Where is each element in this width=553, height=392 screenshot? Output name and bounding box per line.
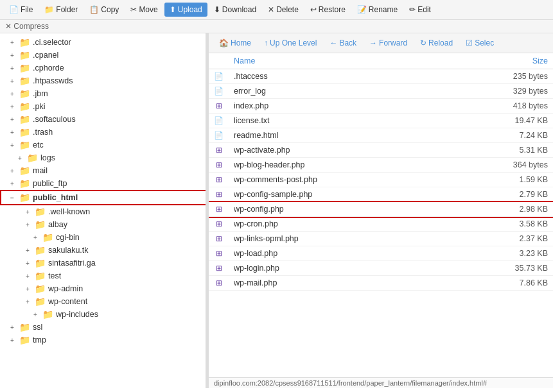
file-icon-cell: ⊞: [209, 276, 229, 291]
table-row[interactable]: 📄 error_log 329 bytes: [209, 84, 553, 99]
col-size[interactable]: Size: [489, 53, 553, 69]
reload-button[interactable]: ↻ Reload: [415, 37, 458, 49]
move-icon: ✂: [130, 5, 137, 14]
tree-toggle: +: [18, 155, 27, 162]
tree-item-public_html[interactable]: −📁public_html: [0, 190, 208, 205]
table-row[interactable]: ⊞ index.php 418 bytes: [209, 99, 553, 114]
table-row[interactable]: 📄 .htaccess 235 bytes: [209, 69, 553, 84]
file-icon: 📄: [9, 5, 19, 14]
tree-item-public_ftp[interactable]: +📁public_ftp: [0, 177, 208, 190]
tree-item-well_known[interactable]: +📁.well-known: [0, 205, 208, 218]
tree-item-label: .ci.selector: [33, 38, 71, 47]
copy-button[interactable]: 📋 Copy: [84, 3, 124, 17]
tree-item-test[interactable]: +📁test: [0, 269, 208, 282]
tree-item-label: public_ftp: [33, 179, 67, 188]
file-button[interactable]: 📄 File: [4, 3, 38, 17]
tree-item-etc[interactable]: +📁etc: [0, 139, 208, 151]
tree-toggle: +: [26, 298, 35, 305]
folder-icon: 📁: [19, 50, 30, 60]
tree-item-sintasafitri[interactable]: +📁sintasafitri.ga: [0, 257, 208, 269]
download-button[interactable]: ⬇ Download: [209, 3, 261, 17]
file-name: readme.html: [229, 128, 489, 143]
tree-toggle: +: [10, 39, 19, 46]
file-icon-cell: ⊞: [209, 217, 229, 232]
file-icon-cell: 📄: [209, 128, 229, 143]
folder-icon: 📁: [19, 114, 30, 124]
html-file-icon: 📄: [214, 131, 224, 140]
file-browser-panel: 🏠 Home ↑ Up One Level ← Back → Forward ↻…: [209, 33, 553, 388]
folder-icon: 📁: [35, 284, 46, 294]
tree-item-mail[interactable]: +📁mail: [0, 164, 208, 177]
forward-button[interactable]: → Forward: [364, 37, 412, 49]
folder-icon: 📁: [19, 37, 30, 47]
tree-item-label: public_html: [33, 193, 78, 202]
edit-button[interactable]: ✏ Edit: [404, 3, 436, 17]
tree-item-pki[interactable]: +📁.pki: [0, 100, 208, 113]
home-icon: 🏠: [219, 38, 229, 47]
folder-icon: 📁: [19, 322, 30, 332]
txt-file-icon: 📄: [214, 87, 224, 96]
folder-icon: 📁: [19, 127, 30, 137]
tree-toggle: +: [10, 167, 19, 175]
table-row[interactable]: ⊞ wp-links-opml.php 2.37 KB: [209, 232, 553, 246]
table-row[interactable]: ⊞ wp-mail.php 7.86 KB: [209, 276, 553, 291]
tree-item-ssl[interactable]: +📁ssl: [0, 321, 208, 334]
tree-item-label: wp-content: [48, 297, 87, 306]
select-button[interactable]: ☑ Selec: [461, 37, 499, 49]
table-row[interactable]: ⊞ wp-blog-header.php 364 bytes: [209, 158, 553, 173]
folder-icon: 📁: [19, 76, 30, 86]
file-icon-cell: 📄: [209, 69, 229, 84]
tree-toggle: +: [10, 103, 19, 110]
tree-item-wp_includes[interactable]: +📁wp-includes: [0, 308, 208, 321]
file-size: 2.37 KB: [489, 232, 553, 246]
tree-toggle: +: [26, 273, 35, 280]
folder-button[interactable]: 📁 Folder: [39, 3, 83, 17]
file-icon-cell: 📄: [209, 114, 229, 128]
upload-button[interactable]: ⬆ Upload: [164, 3, 207, 17]
php-file-icon: ⊞: [216, 278, 222, 287]
tree-item-logs[interactable]: +📁logs: [0, 151, 208, 164]
tree-item-trash[interactable]: +📁.trash: [0, 126, 208, 139]
table-row[interactable]: ⊞ wp-login.php 35.73 KB: [209, 261, 553, 276]
back-button[interactable]: ← Back: [324, 37, 362, 49]
tree-toggle: +: [26, 221, 35, 228]
tree-item-tmp[interactable]: +📁tmp: [0, 334, 208, 346]
tree-item-cgi_bin[interactable]: +📁cgi-bin: [0, 231, 208, 244]
rename-button[interactable]: 📝 Rename: [352, 3, 403, 17]
tree-item-wp_content[interactable]: +📁wp-content: [0, 295, 208, 308]
tree-item-cphorde[interactable]: +📁.cphorde: [0, 62, 208, 74]
table-row[interactable]: ⊞ wp-config.php 2.98 KB: [209, 202, 553, 217]
table-row[interactable]: ⊞ wp-config-sample.php 2.79 KB: [209, 187, 553, 202]
txt-file-icon: 📄: [214, 72, 224, 81]
move-button[interactable]: ✂ Move: [125, 3, 162, 17]
tree-item-wp_admin[interactable]: +📁wp-admin: [0, 282, 208, 295]
tree-item-softaculous[interactable]: +📁.softaculous: [0, 113, 208, 126]
folder-icon: 📁: [19, 192, 30, 203]
tree-item-ci_selector[interactable]: +📁.ci.selector: [0, 36, 208, 49]
delete-button[interactable]: ✕ Delete: [263, 3, 304, 17]
table-row[interactable]: ⊞ wp-cron.php 3.58 KB: [209, 217, 553, 232]
resize-handle[interactable]: [206, 33, 208, 388]
table-row[interactable]: ⊞ wp-activate.php 5.31 KB: [209, 143, 553, 158]
home-button[interactable]: 🏠 Home: [214, 37, 256, 49]
php-file-icon: ⊞: [216, 190, 222, 199]
table-row[interactable]: 📄 readme.html 7.24 KB: [209, 128, 553, 143]
tree-toggle: −: [10, 194, 19, 201]
tree-item-jbm[interactable]: +📁.jbm: [0, 87, 208, 100]
table-row[interactable]: ⊞ wp-comments-post.php 1.59 KB: [209, 173, 553, 187]
table-row[interactable]: 📄 license.txt 19.47 KB: [209, 114, 553, 128]
tree-item-htpasswds[interactable]: +📁.htpasswds: [0, 74, 208, 87]
compress-label[interactable]: Compress: [13, 22, 49, 31]
tree-item-label: albay: [48, 220, 67, 229]
tree-toggle: +: [26, 285, 35, 293]
table-row[interactable]: ⊞ wp-load.php 3.23 KB: [209, 246, 553, 261]
tree-item-label: wp-admin: [48, 284, 83, 293]
col-name[interactable]: Name: [229, 53, 489, 69]
tree-item-albay[interactable]: +📁albay: [0, 218, 208, 231]
tree-item-sakulaku[interactable]: +📁sakulaku.tk: [0, 244, 208, 257]
tree-item-cpanel[interactable]: +📁.cpanel: [0, 49, 208, 62]
restore-button[interactable]: ↩ Restore: [305, 3, 351, 17]
tree-item-label: .cphorde: [33, 64, 64, 72]
folder-icon: 📁: [19, 101, 30, 112]
up-one-level-button[interactable]: ↑ Up One Level: [259, 37, 322, 49]
